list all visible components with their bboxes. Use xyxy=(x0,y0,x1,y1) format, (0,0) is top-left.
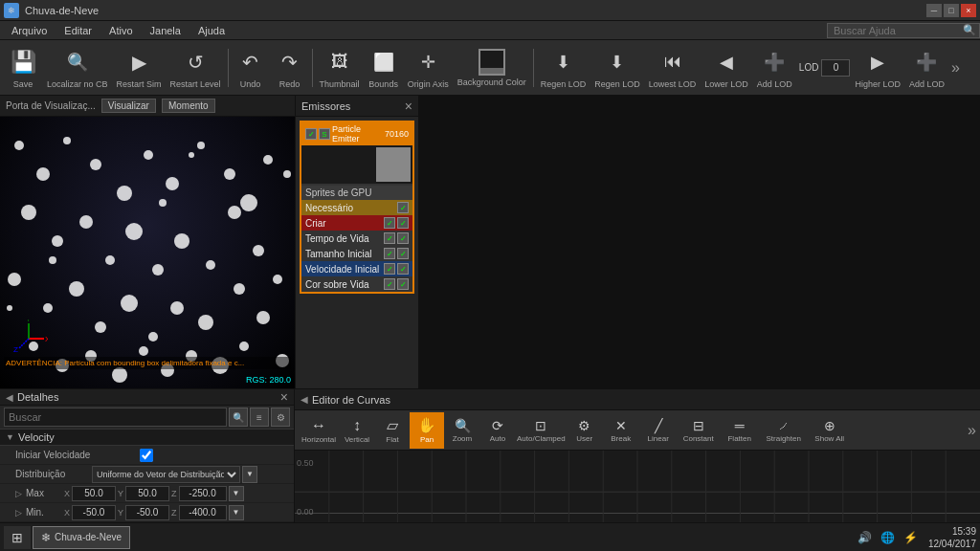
module-necessario[interactable]: Necessário ✓ xyxy=(301,200,412,215)
maximize-button[interactable]: □ xyxy=(944,4,959,17)
find-icon: 🔍 xyxy=(62,47,93,77)
straighten-button[interactable]: ⟋ Straighten xyxy=(759,412,809,449)
bounds-button[interactable]: ⬜ Bounds xyxy=(365,42,403,94)
iniciar-velocidade-checkbox[interactable] xyxy=(140,449,153,462)
systray-icon-2[interactable]: 🌐 xyxy=(879,528,898,547)
user-button[interactable]: ⚙ User xyxy=(568,412,602,449)
regen-lod-1-button[interactable]: ⬇ Regen LOD xyxy=(537,42,590,94)
redo-button[interactable]: ↷ Redo xyxy=(271,42,309,94)
pan-button[interactable]: ✋ Pan xyxy=(410,412,444,449)
restart-level-icon: ↺ xyxy=(180,47,211,77)
distribuicao-dropdown[interactable]: Uniforme do Vetor de Distribuição xyxy=(92,466,240,483)
min-y-label: Y xyxy=(118,508,123,518)
velocity-section-header[interactable]: ▼ Velocity xyxy=(0,430,294,446)
lod-value-input[interactable] xyxy=(821,59,850,77)
menu-item-arquivo[interactable]: Arquivo xyxy=(4,23,55,38)
show-all-button[interactable]: ⊕ Show All xyxy=(809,412,851,449)
minimize-button[interactable]: ─ xyxy=(926,4,942,17)
min-y-input[interactable] xyxy=(125,505,169,520)
auto-icon: ⟳ xyxy=(492,418,503,433)
linear-button[interactable]: ╱ Linear xyxy=(640,412,677,449)
max-y-input[interactable] xyxy=(125,486,169,501)
emitter-check-1[interactable]: ✓ xyxy=(305,128,317,140)
lower-lod-button[interactable]: ◀ Lower LOD xyxy=(701,42,752,94)
taskbar-app-item[interactable]: ❄ Chuva-de-Neve xyxy=(33,526,130,549)
curve-more-icon[interactable]: » xyxy=(968,422,976,439)
prop-dist-value: Uniforme do Vetor de Distribuição ▼ xyxy=(92,466,288,483)
systray-icon-1[interactable]: 🔊 xyxy=(856,528,875,547)
constant-button[interactable]: ⊟ Constant xyxy=(677,412,721,449)
systray-icon-3[interactable]: ⚡ xyxy=(902,528,921,547)
systray-area: 🔊 🌐 ⚡ xyxy=(856,528,921,547)
viewport-coords: RGS: 280.0 xyxy=(246,375,291,385)
help-search-input[interactable] xyxy=(827,23,980,38)
module-tamanho[interactable]: Tamanho Inicial ✓ ✓ xyxy=(301,246,412,261)
emitters-close-icon[interactable]: × xyxy=(405,99,412,114)
module-velocidade[interactable]: Velocidade Inicial ✓ ✓ xyxy=(301,261,412,276)
menu-item-ativo[interactable]: Ativo xyxy=(101,23,140,38)
menu-bar: Arquivo Editar Ativo Janela Ajuda 🔍 xyxy=(0,21,980,40)
min-extra-btn[interactable]: ▼ xyxy=(229,505,244,520)
svg-point-4 xyxy=(117,186,132,201)
search-icon-btn[interactable]: 🔍 xyxy=(229,408,248,427)
straighten-icon: ⟋ xyxy=(777,418,791,433)
bg-color-button[interactable]: Background Color xyxy=(454,42,530,94)
break-button[interactable]: ✕ Break xyxy=(602,412,640,449)
visualizar-button[interactable]: Visualizar xyxy=(101,99,156,113)
expand-max-icon[interactable]: ▷ xyxy=(15,489,22,498)
details-search-row: 🔍 ≡ ⚙ xyxy=(0,406,294,430)
constant-icon: ⊟ xyxy=(693,418,704,433)
auto-clamped-button[interactable]: ⊡ Auto/Clamped xyxy=(515,412,568,449)
flat-button[interactable]: ▱ Flat xyxy=(375,412,410,449)
save-icon: 💾 xyxy=(8,47,38,77)
restart-sim-button[interactable]: ▶ Restart Sim xyxy=(113,42,166,94)
module-cor-vida[interactable]: Cor sobre Vida ✓ ✓ xyxy=(301,276,412,292)
zoom-button[interactable]: 🔍 Zoom xyxy=(444,412,480,449)
settings-icon[interactable]: ⚙ xyxy=(271,408,290,427)
max-x-input[interactable] xyxy=(72,486,116,501)
min-z-input[interactable] xyxy=(179,505,227,520)
thumbnail-button[interactable]: 🖼 Thumbnail xyxy=(316,42,364,94)
clock-date: 12/04/2017 xyxy=(928,538,976,550)
details-search-input[interactable] xyxy=(4,408,227,427)
taskbar-app-icon: ❄ xyxy=(41,531,51,544)
add-lod-button[interactable]: ➕ Add LOD xyxy=(753,42,796,94)
toolbar-more-icon[interactable]: » xyxy=(951,59,960,77)
svg-point-29 xyxy=(234,283,245,295)
undo-button[interactable]: ↶ Undo xyxy=(232,42,270,94)
svg-point-10 xyxy=(263,155,273,165)
auto-button[interactable]: ⟳ Auto xyxy=(480,412,515,449)
min-x-input[interactable] xyxy=(72,505,116,520)
module-criar[interactable]: Criar ✓ ✓ xyxy=(301,215,412,231)
emitter-check-2[interactable]: S xyxy=(319,128,330,140)
momento-button[interactable]: Momento xyxy=(162,99,215,113)
window-controls: ─ □ × xyxy=(926,4,976,17)
svg-point-34 xyxy=(112,367,127,383)
menu-item-janela[interactable]: Janela xyxy=(143,23,189,38)
higher-lod-button[interactable]: ▶ Higher LOD xyxy=(851,42,904,94)
restart-level-button[interactable]: ↺ Restart Level xyxy=(167,42,225,94)
horizontal-button[interactable]: ↔ Horizontal xyxy=(299,412,339,449)
dist-extra-btn[interactable]: ▼ xyxy=(242,466,257,483)
details-close-icon[interactable]: × xyxy=(280,389,288,405)
close-button[interactable]: × xyxy=(961,4,976,17)
regen-lod-2-button[interactable]: ⬇ Regen LOD xyxy=(590,42,644,94)
menu-item-editar[interactable]: Editar xyxy=(56,23,100,38)
svg-point-21 xyxy=(8,273,21,286)
save-button[interactable]: 💾 Save xyxy=(4,42,42,94)
max-extra-btn[interactable]: ▼ xyxy=(229,486,244,501)
vertical-button[interactable]: ↕ Vertical xyxy=(339,412,375,449)
menu-item-ajuda[interactable]: Ajuda xyxy=(190,23,233,38)
expand-min-icon[interactable]: ▷ xyxy=(15,508,22,518)
lowest-lod-button[interactable]: ⏮ Lowest LOD xyxy=(645,42,701,94)
find-in-cb-button[interactable]: 🔍 Localizar no CB xyxy=(43,42,112,94)
curve-editor-title: Editor de Curvas xyxy=(312,394,390,406)
add-lod-2-button[interactable]: ➕ Add LOD xyxy=(905,42,948,94)
module-tempo-vida[interactable]: Tempo de Vida ✓ ✓ xyxy=(301,231,412,246)
flatten-button[interactable]: ═ Flatten xyxy=(721,412,759,449)
origin-axis-button[interactable]: ✛ Origin Axis xyxy=(404,42,453,94)
start-button[interactable]: ⊞ xyxy=(4,526,31,549)
list-view-icon[interactable]: ≡ xyxy=(250,408,269,427)
break-icon: ✕ xyxy=(615,418,627,433)
max-z-input[interactable] xyxy=(179,486,227,501)
